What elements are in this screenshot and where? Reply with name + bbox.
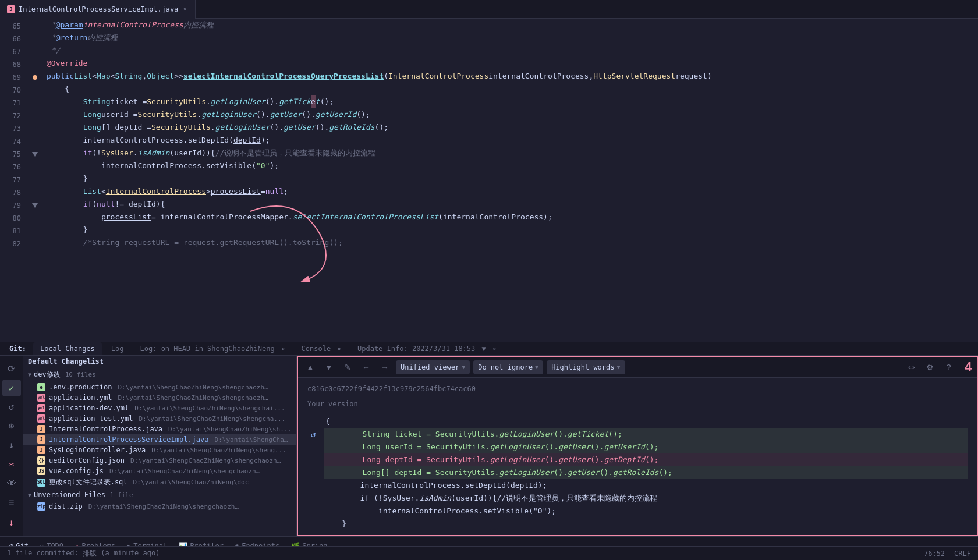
highlight-label: Highlight words (551, 363, 614, 371)
left-sidebar: ⟳ ✓ ↺ ⊕ ↓ ✂ 👁 ≡ ↓ (0, 356, 23, 536)
tab-label: InternalControlProcessServiceImpl.java (19, 5, 179, 13)
code-line-66: * @return 内控流程 (47, 31, 978, 44)
list-item[interactable]: zip dist.zip D:\yantai\ShengChaoZhiNeng\… (23, 501, 296, 512)
env-file-icon: e (37, 383, 45, 391)
file-name: InternalControlProcessServiceImpl.java (49, 435, 209, 444)
file-path: D:\yantai\ShengChaoZhiNeng\doc (133, 479, 249, 486)
position-text: 76:52 (924, 550, 945, 558)
file-name: application-dev.yml (49, 404, 129, 412)
file-path: D:\yantai\ShengChaoZhiNeng\sheng... (151, 446, 286, 454)
diff-panel: ▲ ▼ ✎ ← → Unified viewer ▼ Do not ignore… (297, 356, 978, 536)
ignore-dropdown[interactable]: Do not ignore ▼ (473, 360, 543, 374)
list-item[interactable]: J InternalControlProcess.java D:\yantai\… (23, 424, 296, 434)
tab-update-info-close[interactable]: × (492, 345, 497, 353)
list-item[interactable]: yml application.yml D:\yantai\ShengChaoZ… (23, 392, 296, 403)
sidebar-refresh-icon[interactable]: ⟳ (2, 360, 21, 377)
git-panel: Default Changelist ▼ dev修改 10 files e .e… (23, 356, 297, 536)
default-changelist-label: Default Changelist (28, 357, 104, 366)
diff-forward-button[interactable]: → (377, 360, 392, 374)
diff-revert-button[interactable]: ↺ (307, 428, 319, 440)
code-line-67: */ (47, 44, 978, 57)
code-line-74: internalControlProcess.setDeptId(deptId)… (47, 134, 978, 147)
list-item[interactable]: J SysLoginController.java D:\yantai\Shen… (23, 445, 296, 455)
tab-console[interactable]: Console × (295, 342, 348, 355)
sidebar-cut-icon[interactable]: ✂ (2, 456, 21, 473)
list-item[interactable]: yml application-dev.yml D:\yantai\ShengC… (23, 403, 296, 413)
unversioned-section[interactable]: ▼ Unversioned Files 1 file (23, 488, 296, 501)
unversioned-arrow: ▼ (28, 492, 31, 498)
highlight-dropdown-arrow: ▼ (617, 364, 621, 370)
tab-console-close[interactable]: × (337, 345, 341, 353)
file-name: InternalControlProcess.java (49, 425, 162, 433)
code-line-78: List<InternalControlProcess> processList… (47, 185, 978, 198)
code-line-81: } (47, 224, 978, 236)
version-label: Your version (307, 398, 968, 410)
code-lines[interactable]: * @param internalControlProcess 内控流程 * @… (42, 19, 978, 342)
code-content: 65 66 67 68 69 70 71 72 73 74 75 76 77 7… (0, 19, 978, 342)
java-file-icon: J (7, 5, 15, 13)
tab-log[interactable]: Log (104, 342, 131, 355)
diff-content[interactable]: c816c0c6722f9f4422f13c979c2564fbc74cac60… (298, 378, 977, 535)
tab-close-button[interactable]: × (182, 4, 189, 14)
commit-hash: c816c0c6722f9f4422f13c979c2564fbc74cac60 (307, 382, 968, 395)
bottom-panel: Git: Local Changes Log Log: on HEAD in S… (0, 342, 978, 546)
sidebar-menu-icon[interactable]: ≡ (2, 494, 21, 511)
list-item[interactable]: yml application-test.yml D:\yantai\Sheng… (23, 413, 296, 424)
diff-back-button[interactable]: ← (359, 360, 374, 374)
line-numbers: 65 66 67 68 69 70 71 72 73 74 75 76 77 7… (0, 19, 28, 342)
tab-log-head-close[interactable]: × (281, 345, 285, 353)
diff-removed-line: Long deptId = SecurityUtils.getLoginUser… (324, 453, 968, 466)
unified-viewer-dropdown[interactable]: Unified viewer ▼ (396, 360, 470, 374)
viewer-dropdown-arrow: ▼ (462, 364, 465, 370)
sidebar-download-icon[interactable]: ↓ (2, 437, 21, 453)
highlight-dropdown[interactable]: Highlight words ▼ (547, 360, 625, 374)
ignore-dropdown-arrow: ▼ (535, 364, 538, 370)
sidebar-undo-icon[interactable]: ↺ (2, 399, 21, 416)
tab-log-head[interactable]: Log: on HEAD in ShengChaoZhiNeng × (133, 342, 292, 355)
dev-label: dev修改 (34, 370, 61, 380)
yml-file-icon: yml (37, 394, 45, 402)
code-line-73: Long[] deptId = SecurityUtils.getLoginUs… (47, 121, 978, 134)
code-line-68: @Override (47, 57, 978, 70)
code-line-65: * @param internalControlProcess 内控流程 (47, 19, 978, 31)
code-line-80: processList = internalControlProcessMapp… (47, 211, 978, 224)
tab-update-info[interactable]: Update Info: 2022/3/31 18:53 ▼ × (350, 342, 504, 355)
list-item[interactable]: SQL 更改sql文件记录表.sql D:\yantai\ShengChaoZh… (23, 476, 296, 488)
gutter-arrow-79 (32, 203, 38, 208)
diff-added-line: Long userId = SecurityUtils.getLoginUser… (324, 441, 968, 453)
sidebar-view-icon[interactable]: 👁 (2, 475, 21, 492)
status-bar: 1 file committed: 排版 (a minute ago) 76:5… (0, 546, 978, 560)
diff-settings-button[interactable]: ⚙ (923, 360, 938, 374)
list-item[interactable]: J InternalControlProcessServiceImpl.java… (23, 434, 296, 445)
file-name: dist.zip (49, 502, 83, 511)
sidebar-add-icon[interactable]: ⊕ (2, 417, 21, 434)
file-name: .env.production (49, 383, 112, 391)
sidebar-arrow-icon[interactable]: ↓ (2, 513, 21, 531)
diff-collapse-button[interactable]: ⇔ (904, 360, 919, 374)
committed-text: 1 file committed: 排版 (a minute ago) (7, 548, 160, 558)
diff-help-button[interactable]: ? (941, 360, 956, 374)
diff-line: internalControlProcess.setVisible("0"); (307, 505, 968, 518)
list-item[interactable]: {} ueditorConfig.json D:\yantai\ShengCha… (23, 455, 296, 466)
diff-line: } (307, 518, 968, 530)
git-file-list[interactable]: e .env.production D:\yantai\ShengChaoZhi… (23, 382, 296, 536)
git-label: Git: (5, 345, 31, 353)
diff-down-button[interactable]: ▼ (321, 360, 336, 374)
editor-area: 65 66 67 68 69 70 71 72 73 74 75 76 77 7… (0, 19, 978, 342)
annotation-badge-container: 4 (960, 360, 972, 374)
sidebar-check-icon[interactable]: ✓ (2, 380, 21, 396)
js-file-icon: JS (37, 467, 45, 475)
active-tab[interactable]: J InternalControlProcessServiceImpl.java… (0, 0, 196, 19)
diff-edit-button[interactable]: ✎ (340, 360, 355, 374)
list-item[interactable]: e .env.production D:\yantai\ShengChaoZhi… (23, 382, 296, 392)
main-area: 65 66 67 68 69 70 71 72 73 74 75 76 77 7… (0, 19, 978, 342)
dev-section[interactable]: ▼ dev修改 10 files (23, 367, 296, 382)
tab-local-changes[interactable]: Local Changes (33, 342, 102, 355)
diff-line: internalControlProcess.setDeptId(deptId)… (307, 479, 968, 492)
diff-line-with-revert: ↺ String ticket = SecurityUtils.getLogin… (307, 428, 968, 441)
file-name: application.yml (49, 394, 112, 402)
code-line-72: Long userId = SecurityUtils.getLoginUser… (47, 108, 978, 121)
diff-up-button[interactable]: ▲ (303, 360, 318, 374)
file-name: ueditorConfig.json (49, 456, 125, 465)
list-item[interactable]: JS vue.config.js D:\yantai\ShengChaoZhiN… (23, 466, 296, 476)
